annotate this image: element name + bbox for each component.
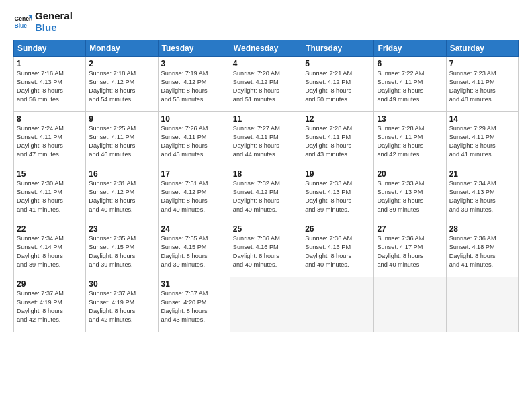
sunset-label: Sunset: 4:12 PM [305,79,351,85]
day-number: 11 [233,114,299,124]
day-info: Sunrise: 7:24 AM Sunset: 4:11 PM Dayligh… [17,124,83,159]
daylight-label: Daylight: 8 hoursand 47 minutes. [17,142,63,158]
sunrise-label: Sunrise: 7:24 AM [17,125,64,132]
sunrise-label: Sunrise: 7:37 AM [89,290,136,297]
header-monday: Monday [86,40,158,57]
sunrise-label: Sunrise: 7:30 AM [17,180,64,187]
day-number: 13 [377,114,443,124]
sunset-label: Sunset: 4:16 PM [305,244,351,250]
calendar-cell: 21 Sunrise: 7:34 AM Sunset: 4:13 PM Dayl… [446,167,518,222]
daylight-label: Daylight: 8 hoursand 42 minutes. [89,308,135,323]
calendar-cell: 3 Sunrise: 7:19 AM Sunset: 4:12 PM Dayli… [158,57,230,112]
svg-text:General: General [15,15,32,22]
calendar-cell: 2 Sunrise: 7:18 AM Sunset: 4:12 PM Dayli… [86,57,158,112]
day-number: 12 [305,114,371,124]
sunset-label: Sunset: 4:13 PM [449,189,495,195]
day-number: 30 [89,279,154,289]
day-info: Sunrise: 7:36 AM Sunset: 4:18 PM Dayligh… [449,234,515,269]
calendar-cell: 7 Sunrise: 7:23 AM Sunset: 4:11 PM Dayli… [446,57,518,112]
daylight-label: Daylight: 8 hoursand 40 minutes. [233,253,279,268]
sunset-label: Sunset: 4:14 PM [17,244,62,250]
day-number: 26 [305,224,371,234]
daylight-label: Daylight: 8 hoursand 40 minutes. [233,197,279,213]
daylight-label: Daylight: 8 hoursand 49 minutes. [377,87,423,103]
calendar-cell: 1 Sunrise: 7:16 AM Sunset: 4:13 PM Dayli… [14,57,86,112]
daylight-label: Daylight: 8 hoursand 51 minutes. [233,87,279,103]
day-info: Sunrise: 7:36 AM Sunset: 4:16 PM Dayligh… [305,234,371,269]
day-info: Sunrise: 7:26 AM Sunset: 4:11 PM Dayligh… [161,124,227,159]
sunset-label: Sunset: 4:12 PM [161,79,207,85]
day-info: Sunrise: 7:36 AM Sunset: 4:17 PM Dayligh… [377,234,443,269]
sunset-label: Sunset: 4:20 PM [161,299,207,306]
daylight-label: Daylight: 8 hoursand 42 minutes. [377,142,423,158]
weekday-header-row: Sunday Monday Tuesday Wednesday Thursday… [14,40,519,57]
day-number: 7 [449,59,515,68]
calendar-cell: 17 Sunrise: 7:31 AM Sunset: 4:12 PM Dayl… [158,167,230,222]
daylight-label: Daylight: 8 hoursand 39 minutes. [17,253,63,268]
day-number: 27 [377,224,443,234]
sunrise-label: Sunrise: 7:36 AM [305,235,352,242]
day-info: Sunrise: 7:23 AM Sunset: 4:11 PM Dayligh… [449,69,515,104]
day-info: Sunrise: 7:21 AM Sunset: 4:12 PM Dayligh… [305,69,371,104]
day-number: 23 [89,224,154,234]
daylight-label: Daylight: 8 hoursand 39 minutes. [305,197,351,213]
sunset-label: Sunset: 4:15 PM [89,244,134,250]
day-info: Sunrise: 7:31 AM Sunset: 4:12 PM Dayligh… [161,179,227,214]
calendar-cell: 8 Sunrise: 7:24 AM Sunset: 4:11 PM Dayli… [14,112,86,167]
sunrise-label: Sunrise: 7:21 AM [305,70,352,77]
day-number: 4 [233,59,299,68]
sunset-label: Sunset: 4:11 PM [449,134,495,140]
sunrise-label: Sunrise: 7:28 AM [377,125,424,132]
day-number: 6 [377,59,443,68]
sunrise-label: Sunrise: 7:34 AM [449,180,496,187]
day-number: 28 [449,224,515,234]
daylight-label: Daylight: 8 hoursand 46 minutes. [89,142,135,158]
daylight-label: Daylight: 8 hoursand 39 minutes. [377,197,423,213]
daylight-label: Daylight: 8 hoursand 40 minutes. [161,197,208,213]
day-number: 16 [89,169,154,179]
logo-text: General Blue [35,11,73,33]
day-number: 22 [17,224,83,234]
day-number: 18 [233,169,299,179]
daylight-label: Daylight: 8 hoursand 42 minutes. [17,308,63,323]
header-wednesday: Wednesday [230,40,302,57]
calendar-cell: 6 Sunrise: 7:22 AM Sunset: 4:11 PM Dayli… [374,57,446,112]
daylight-label: Daylight: 8 hoursand 48 minutes. [449,87,496,103]
calendar-cell [374,277,446,332]
sunset-label: Sunset: 4:11 PM [89,134,134,140]
day-info: Sunrise: 7:36 AM Sunset: 4:16 PM Dayligh… [233,234,299,269]
daylight-label: Daylight: 8 hoursand 54 minutes. [89,87,135,103]
day-info: Sunrise: 7:33 AM Sunset: 4:13 PM Dayligh… [377,179,443,214]
day-number: 2 [89,59,154,68]
svg-text:Blue: Blue [15,21,28,28]
sunrise-label: Sunrise: 7:18 AM [89,70,136,77]
day-number: 5 [305,59,371,68]
sunrise-label: Sunrise: 7:27 AM [233,125,280,132]
calendar-cell [302,277,374,332]
sunrise-label: Sunrise: 7:37 AM [161,290,208,297]
day-info: Sunrise: 7:20 AM Sunset: 4:12 PM Dayligh… [233,69,299,104]
sunset-label: Sunset: 4:19 PM [89,299,134,306]
sunset-label: Sunset: 4:16 PM [233,244,279,250]
sunrise-label: Sunrise: 7:33 AM [377,180,424,187]
sunrise-label: Sunrise: 7:33 AM [305,180,352,187]
day-info: Sunrise: 7:18 AM Sunset: 4:12 PM Dayligh… [89,69,154,104]
calendar-cell: 10 Sunrise: 7:26 AM Sunset: 4:11 PM Dayl… [158,112,230,167]
day-info: Sunrise: 7:28 AM Sunset: 4:11 PM Dayligh… [305,124,371,159]
day-info: Sunrise: 7:35 AM Sunset: 4:15 PM Dayligh… [161,234,227,269]
day-info: Sunrise: 7:37 AM Sunset: 4:19 PM Dayligh… [89,289,154,324]
calendar-cell: 31 Sunrise: 7:37 AM Sunset: 4:20 PM Dayl… [158,277,230,332]
sunrise-label: Sunrise: 7:35 AM [161,235,208,242]
daylight-label: Daylight: 8 hoursand 43 minutes. [305,142,351,158]
calendar-cell: 15 Sunrise: 7:30 AM Sunset: 4:11 PM Dayl… [14,167,86,222]
day-info: Sunrise: 7:33 AM Sunset: 4:13 PM Dayligh… [305,179,371,214]
header-thursday: Thursday [302,40,374,57]
daylight-label: Daylight: 8 hoursand 40 minutes. [89,197,135,213]
logo-icon: General Blue [13,13,32,32]
day-number: 17 [161,169,227,179]
day-number: 20 [377,169,443,179]
sunset-label: Sunset: 4:19 PM [17,299,62,306]
sunset-label: Sunset: 4:11 PM [17,189,62,195]
sunset-label: Sunset: 4:12 PM [233,189,279,195]
calendar-week-row: 1 Sunrise: 7:16 AM Sunset: 4:13 PM Dayli… [14,57,519,112]
